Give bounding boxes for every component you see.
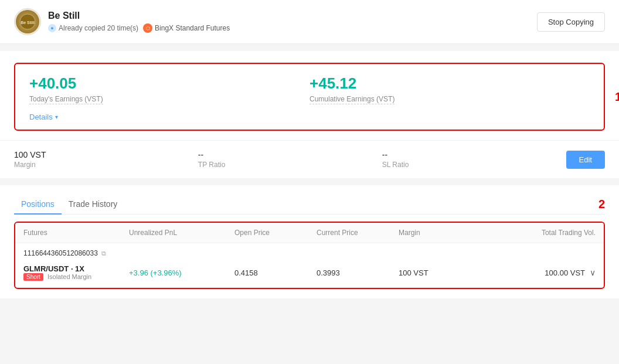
col-futures: Futures: [23, 229, 129, 237]
cumulative-earnings-value: +45.12: [310, 74, 590, 93]
trade-id-row: 1116644360512086033 ⧉: [15, 243, 604, 260]
header-meta: ● Already copied 20 time(s) ⬡ BingX Stan…: [48, 23, 230, 33]
col-margin: Margin: [399, 229, 469, 237]
platform-label: BingX Standard Futures: [155, 24, 230, 32]
positions-section: Positions Trade History 2 Futures Unreal…: [0, 185, 619, 298]
platform-badge: ⬡ BingX Standard Futures: [143, 23, 230, 33]
margin-section: 100 VST Margin -- TP Ratio -- SL Ratio E…: [0, 140, 619, 178]
table-row: GLMR/USDT · 1X Short Isolated Margin +3.…: [15, 260, 604, 288]
section-2-number: 2: [598, 198, 605, 211]
tab-trade-history[interactable]: Trade History: [62, 195, 125, 215]
tp-item: -- TP Ratio: [198, 150, 382, 169]
stop-copying-button[interactable]: Stop Copying: [537, 12, 605, 32]
pair-sub: Short Isolated Margin: [23, 273, 129, 281]
copy-id-icon[interactable]: ⧉: [101, 250, 106, 257]
table-header: Futures Unrealized PnL Open Price Curren…: [15, 223, 604, 243]
details-label: Details: [29, 113, 53, 121]
margin-cell: 100 VST: [399, 268, 469, 277]
margin-item: 100 VST Margin: [14, 150, 198, 169]
copied-text: Already copied 20 time(s): [59, 24, 138, 32]
cumulative-earnings-label: Cumulative Earnings (VST): [310, 95, 394, 104]
margin-label: Margin: [14, 161, 198, 169]
details-link[interactable]: Details ▾: [29, 113, 310, 121]
copied-badge: ● Already copied 20 time(s): [48, 24, 138, 32]
current-price-cell: 0.3993: [317, 268, 399, 277]
page-wrapper: Be Still Be Still ● Already copied 20 ti…: [0, 0, 619, 364]
total-vol-cell: 100.00 VST ∨: [469, 268, 596, 277]
bingx-icon: ⬡: [143, 23, 152, 33]
tabs-row: Positions Trade History 2: [14, 185, 605, 215]
col-total-vol: Total Trading Vol.: [469, 229, 596, 237]
sl-value: --: [382, 150, 566, 159]
today-earnings-value: +40.05: [29, 74, 310, 93]
sl-label: SL Ratio: [382, 161, 566, 169]
trader-name: Be Still: [48, 11, 230, 21]
pair-name: GLMR/USDT · 1X: [23, 264, 129, 273]
col-open-price: Open Price: [234, 229, 317, 237]
unrealized-pnl-cell: +3.96 (+3.96%): [129, 268, 234, 277]
earnings-box: +40.05 Today's Earnings (VST) Details ▾ …: [14, 63, 605, 131]
tp-label: TP Ratio: [198, 161, 382, 169]
chevron-down-icon: ▾: [55, 114, 58, 120]
copy-times-icon: ●: [48, 24, 56, 32]
positions-table: Futures Unrealized PnL Open Price Curren…: [14, 222, 605, 289]
col-unrealized-pnl: Unrealized PnL: [129, 229, 234, 237]
tp-value: --: [198, 150, 382, 159]
trade-id: 1116644360512086033: [23, 249, 98, 257]
today-earnings-label: Today's Earnings (VST): [29, 95, 103, 104]
logo-inner: Be Still: [16, 10, 39, 33]
header: Be Still Be Still ● Already copied 20 ti…: [0, 0, 619, 44]
col-current-price: Current Price: [317, 229, 399, 237]
avatar: Be Still: [14, 8, 41, 35]
earnings-section: +40.05 Today's Earnings (VST) Details ▾ …: [0, 51, 619, 140]
edit-button[interactable]: Edit: [566, 151, 605, 169]
section-1-number: 1: [615, 90, 619, 104]
expand-row-icon[interactable]: ∨: [590, 268, 596, 277]
sl-item: -- SL Ratio: [382, 150, 566, 169]
header-info: Be Still ● Already copied 20 time(s) ⬡ B…: [48, 11, 230, 33]
cumulative-earnings-item: +45.12 Cumulative Earnings (VST): [310, 74, 590, 121]
svg-text:Be Still: Be Still: [21, 21, 35, 25]
futures-cell: GLMR/USDT · 1X Short Isolated Margin: [23, 264, 129, 281]
today-earnings-item: +40.05 Today's Earnings (VST) Details ▾: [29, 74, 310, 121]
header-left: Be Still Be Still ● Already copied 20 ti…: [14, 8, 230, 35]
short-badge: Short: [23, 273, 43, 281]
tab-positions[interactable]: Positions: [14, 195, 62, 215]
margin-value: 100 VST: [14, 150, 198, 159]
total-vol-value: 100.00 VST: [545, 268, 585, 277]
margin-type: Isolated Margin: [47, 273, 91, 280]
open-price-cell: 0.4158: [234, 268, 317, 277]
